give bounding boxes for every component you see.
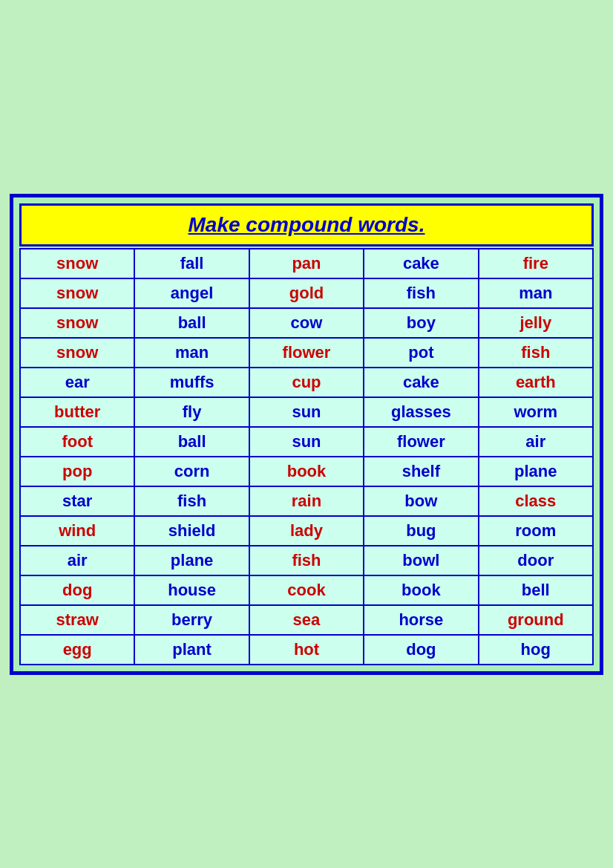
table-cell: flower [364,427,478,457]
table-cell: bow [364,486,478,516]
word-table: snowfallpancakefiresnowangelgoldfishmans… [19,248,594,665]
table-cell: plant [134,635,249,665]
table-cell: bell [479,575,593,605]
table-cell: lady [249,516,364,546]
table-cell: book [364,575,478,605]
table-cell: bug [364,516,478,546]
table-row: butterflysunglassesworm [20,397,593,427]
table-cell: dog [20,575,134,605]
table-cell: egg [20,635,134,665]
table-cell: ball [134,427,249,457]
table-cell: man [134,338,249,368]
table-cell: foot [20,427,134,457]
table-row: snowmanflowerpotfish [20,338,593,368]
table-cell: butter [20,397,134,427]
table-row: airplanefishbowldoor [20,546,593,575]
table-cell: hog [479,635,593,665]
table-cell: ground [479,605,593,635]
table-row: snowfallpancakefire [20,249,593,278]
table-row: snowangelgoldfishman [20,278,593,308]
table-cell: ear [20,368,134,397]
table-cell: pot [364,338,478,368]
table-cell: snow [20,249,134,278]
table-cell: room [479,516,593,546]
table-cell: fish [134,486,249,516]
table-cell: star [20,486,134,516]
table-row: snowballcowboyjelly [20,308,593,338]
table-cell: ball [134,308,249,338]
table-row: eggplanthotdoghog [20,635,593,665]
table-cell: man [479,278,593,308]
table-cell: book [249,457,364,486]
main-container: Make compound words. snowfallpancakefire… [10,194,603,675]
page-title: Make compound words. [189,213,425,236]
table-cell: air [20,546,134,575]
table-cell: flower [249,338,364,368]
table-cell: gold [249,278,364,308]
table-cell: boy [364,308,478,338]
table-cell: fish [249,546,364,575]
table-row: windshieldladybugroom [20,516,593,546]
table-cell: sun [249,397,364,427]
table-cell: bowl [364,546,478,575]
table-cell: sea [249,605,364,635]
table-cell: worm [479,397,593,427]
table-cell: fish [364,278,478,308]
table-cell: dog [364,635,478,665]
table-cell: wind [20,516,134,546]
table-cell: pan [249,249,364,278]
table-cell: class [479,486,593,516]
table-cell: berry [134,605,249,635]
table-row: popcornbookshelfplane [20,457,593,486]
table-cell: plane [134,546,249,575]
table-cell: fish [479,338,593,368]
table-cell: snow [20,278,134,308]
table-cell: straw [20,605,134,635]
table-cell: sun [249,427,364,457]
table-cell: jelly [479,308,593,338]
table-cell: shelf [364,457,478,486]
table-row: doghousecookbookbell [20,575,593,605]
table-cell: plane [479,457,593,486]
table-cell: angel [134,278,249,308]
table-cell: fall [134,249,249,278]
table-cell: glasses [364,397,478,427]
table-cell: snow [20,308,134,338]
table-cell: air [479,427,593,457]
table-cell: house [134,575,249,605]
table-cell: snow [20,338,134,368]
table-cell: rain [249,486,364,516]
table-cell: horse [364,605,478,635]
table-row: strawberryseahorseground [20,605,593,635]
table-cell: cook [249,575,364,605]
table-cell: shield [134,516,249,546]
table-cell: corn [134,457,249,486]
table-cell: fire [479,249,593,278]
table-cell: cup [249,368,364,397]
table-cell: muffs [134,368,249,397]
table-row: footballsunflowerair [20,427,593,457]
table-row: earmuffscupcakeearth [20,368,593,397]
table-cell: door [479,546,593,575]
table-row: starfishrainbowclass [20,486,593,516]
table-cell: cow [249,308,364,338]
table-cell: fly [134,397,249,427]
title-row: Make compound words. [19,203,594,247]
table-cell: cake [364,368,478,397]
table-cell: hot [249,635,364,665]
table-cell: cake [364,249,478,278]
table-cell: pop [20,457,134,486]
table-cell: earth [479,368,593,397]
